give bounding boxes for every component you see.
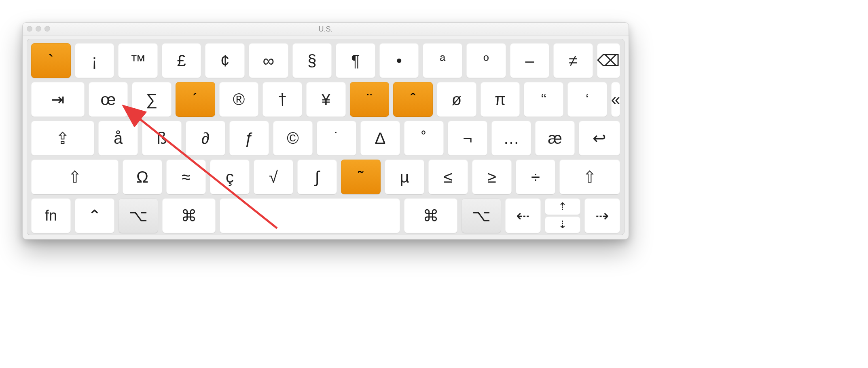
key-grave[interactable]: ` [31,43,71,78]
key-arrow-down[interactable]: ⇣ [545,217,580,233]
key-period-label: ≥ [487,168,496,186]
key-i-label: ˆ [411,90,416,109]
key-r[interactable]: ® [219,82,259,117]
key-shift-left[interactable]: ⇧ [31,160,119,194]
key-arrow-right-label: ⇢ [595,206,609,225]
key-9[interactable]: ª [423,43,462,78]
key-e-label: ´ [193,90,198,109]
key-e[interactable]: ´ [176,82,215,117]
key-n[interactable]: ˜ [341,160,381,194]
key-option-left[interactable]: ⌥ [119,198,158,233]
key-quote[interactable]: æ [535,121,575,156]
key-u[interactable]: ¨ [350,82,390,117]
key-0[interactable]: º [466,43,506,78]
key-b[interactable]: ∫ [297,160,337,194]
key-arrow-up-label: ⇡ [558,200,567,213]
key-f[interactable]: ƒ [229,121,269,156]
key-shift-right[interactable]: ⇧ [559,160,620,194]
key-p-label: π [495,90,506,109]
keyboard-row-2: ⇪ å ß ∂ ƒ © ˙ ∆ ˚ ¬ … æ ↩ [31,121,620,156]
key-semicolon[interactable]: … [491,121,531,156]
key-j[interactable]: ∆ [360,121,400,156]
key-k[interactable]: ˚ [404,121,444,156]
key-7[interactable]: ¶ [336,43,375,78]
key-5[interactable]: ∞ [249,43,288,78]
key-q[interactable]: œ [89,82,128,117]
key-control[interactable]: ⌃ [75,198,114,233]
key-fn[interactable]: fn [31,198,71,233]
key-6[interactable]: § [292,43,332,78]
key-capslock[interactable]: ⇪ [31,121,94,156]
key-m[interactable]: µ [385,160,424,194]
window-minimize-button[interactable] [36,26,41,32]
arrow-up-down-column: ⇡ ⇣ [545,198,580,233]
key-command-left[interactable]: ⌘ [162,198,216,233]
key-backslash[interactable]: « [611,82,620,117]
key-minus[interactable]: – [510,43,550,78]
key-l[interactable]: ¬ [448,121,487,156]
key-4[interactable]: ¢ [205,43,245,78]
key-a[interactable]: å [98,121,138,156]
key-f-label: ƒ [245,129,254,147]
key-8[interactable]: • [379,43,419,78]
key-2-label: ™ [130,52,146,70]
key-2[interactable]: ™ [118,43,158,78]
key-period[interactable]: ≥ [472,160,512,194]
key-option-right[interactable]: ⌥ [462,198,501,233]
key-k-label: ˚ [421,129,426,147]
key-capslock-label: ⇪ [56,129,70,147]
key-v[interactable]: √ [254,160,293,194]
key-s-label: ß [157,129,167,147]
key-3-label: £ [177,52,186,70]
key-3[interactable]: £ [162,43,201,78]
key-delete[interactable]: ⌫ [597,43,620,78]
key-x-label: ≈ [182,168,191,186]
key-bracket-left-label: “ [541,90,546,109]
key-o-label: ø [452,90,462,109]
key-arrow-right[interactable]: ⇢ [584,198,620,233]
key-arrow-left[interactable]: ⇠ [505,198,541,233]
key-z-label: Ω [136,168,148,186]
key-g[interactable]: © [273,121,313,156]
key-d[interactable]: ∂ [186,121,225,156]
key-7-label: ¶ [351,52,360,70]
key-space[interactable] [220,198,400,233]
key-p[interactable]: π [481,82,520,117]
key-equal-label: ≠ [569,52,578,70]
key-c[interactable]: ç [210,160,250,194]
keyboard-viewer-window: U.S. ` ¡ ™ £ ¢ ∞ § ¶ • ª º – ≠ ⌫ [22,22,629,240]
key-return[interactable]: ↩ [579,121,620,156]
keyboard-row-3: ⇧ Ω ≈ ç √ ∫ ˜ µ ≤ ≥ ÷ ⇧ [31,160,620,194]
window-close-button[interactable] [27,26,32,32]
key-shift-left-label: ⇧ [68,168,82,186]
key-bracket-left[interactable]: “ [524,82,563,117]
window-zoom-button[interactable] [44,26,50,32]
key-quote-label: æ [548,129,562,147]
key-i[interactable]: ˆ [393,82,433,117]
key-w[interactable]: ∑ [132,82,171,117]
key-arrow-up[interactable]: ⇡ [545,198,580,215]
key-bracket-right[interactable]: ‘ [567,82,607,117]
key-s[interactable]: ß [142,121,182,156]
key-u-label: ¨ [367,90,372,109]
key-comma-label: ≤ [444,168,453,186]
key-l-label: ¬ [463,129,472,147]
keyboard-row-1: ⇥ œ ∑ ´ ® † ¥ ¨ ˆ ø π “ ‘ « [31,82,620,117]
key-t[interactable]: † [263,82,302,117]
key-slash-label: ÷ [531,168,540,186]
key-o[interactable]: ø [437,82,476,117]
key-j-label: ∆ [375,129,385,147]
key-y[interactable]: ¥ [306,82,346,117]
key-1[interactable]: ¡ [75,43,114,78]
key-shift-right-label: ⇧ [583,168,597,186]
key-comma[interactable]: ≤ [428,160,468,194]
key-command-right[interactable]: ⌘ [404,198,457,233]
key-fn-label: fn [45,207,57,224]
key-tab[interactable]: ⇥ [31,82,85,117]
key-z[interactable]: Ω [123,160,162,194]
key-equal[interactable]: ≠ [553,43,593,78]
key-x[interactable]: ≈ [166,160,206,194]
key-h[interactable]: ˙ [317,121,356,156]
key-q-label: œ [101,90,116,109]
key-slash[interactable]: ÷ [516,160,555,194]
